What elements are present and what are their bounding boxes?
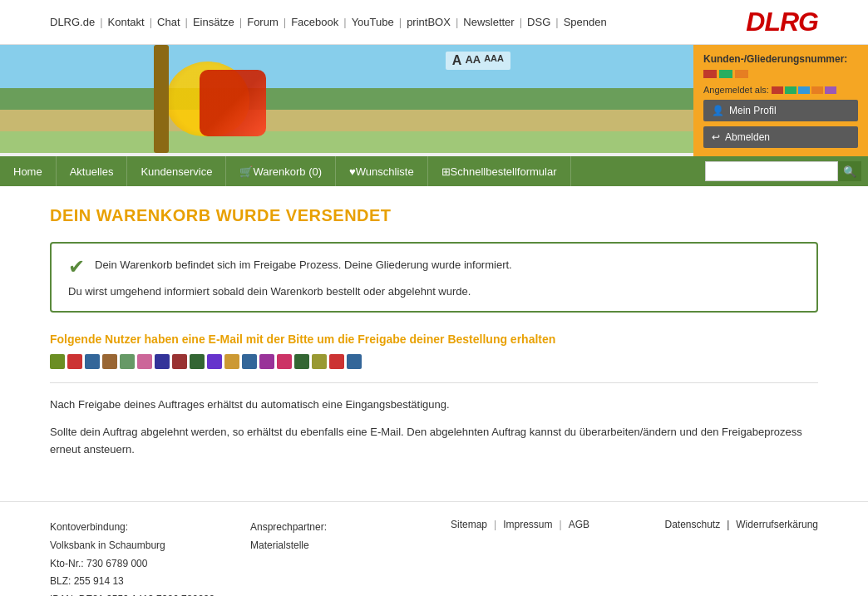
angemeldet-row: Angemeldet als: (703, 85, 858, 95)
accessibility-a[interactable]: A (452, 53, 462, 68)
avatar-5 (137, 354, 152, 369)
user-block4 (811, 86, 823, 94)
topnav-dsg[interactable]: DSG (527, 16, 550, 28)
success-message: Dein Warenkorb befindet sich im Freigabe… (95, 257, 512, 273)
logout-button[interactable]: ↩ Abmelden (703, 126, 858, 148)
header-info-panel: Kunden-/Gliederungsnummer: Angemeldet al… (693, 45, 868, 156)
header-banner: A AA AAA (0, 45, 693, 153)
avatar-14 (294, 354, 309, 369)
nav-warenkorb-label: Warenkorb (0) (253, 165, 322, 178)
checkmark-icon: ✔ (68, 257, 85, 277)
sep: | (555, 16, 558, 28)
search-area: 🔍 (698, 156, 868, 186)
footer-sitemap[interactable]: Sitemap (451, 519, 487, 530)
footer-agb[interactable]: AGB (569, 519, 589, 530)
nav-schnellbestellung-label: Schnellbestellformular (451, 165, 557, 178)
footer-materialstelle-link[interactable]: Materialstelle (250, 539, 309, 551)
topnav-dlrg[interactable]: DLRG.de (50, 16, 95, 28)
nav-warenkorb[interactable]: 🛒 Warenkorb (0) (226, 156, 336, 186)
nav-kundenservice-label: Kundenservice (141, 165, 212, 178)
accessibility-aa[interactable]: AA (465, 53, 481, 68)
avatar-17 (347, 354, 362, 369)
sep: | (185, 16, 188, 28)
search-icon: 🔍 (843, 165, 856, 178)
angemeldet-label: Angemeldet als: (703, 85, 769, 95)
nav-aktuelles[interactable]: Aktuelles (57, 156, 128, 186)
info-text-2: Sollte dein Auftrag abgelehnt werden, so… (50, 424, 818, 459)
topnav-spenden[interactable]: Spenden (564, 16, 607, 28)
grid-icon: ⊞ (441, 165, 451, 178)
main-navigation: Home Aktuelles Kundenservice 🛒 Warenkorb… (0, 156, 868, 186)
footer-impressum[interactable]: Impressum (503, 519, 552, 530)
search-button[interactable]: 🔍 (838, 161, 861, 181)
avatar-9 (207, 354, 222, 369)
page-title: DEIN WARENKORB WURDE VERSENDET (50, 206, 818, 225)
sep: | (100, 16, 102, 28)
footer: Kontoverbindung: Volksbank in Schaumburg… (0, 501, 868, 596)
avatar-1 (67, 354, 82, 369)
footer-widerruf[interactable]: Widerrufserkärung (736, 519, 818, 530)
sep: | (399, 16, 402, 28)
avatar-11 (242, 354, 257, 369)
topnav-youtube[interactable]: YouTube (352, 16, 394, 28)
avatar-4 (120, 354, 135, 369)
divider (50, 382, 818, 383)
nav-home-label: Home (13, 165, 42, 178)
nav-wunschliste[interactable]: ♥ Wunschliste (336, 156, 428, 186)
nav-home[interactable]: Home (0, 156, 57, 186)
avatar-12 (259, 354, 274, 369)
topnav-chat[interactable]: Chat (157, 16, 180, 28)
footer-legal-links: Datenschutz | Widerrufserkärung (651, 519, 818, 530)
sep: | (520, 16, 522, 28)
nav-kundenservice[interactable]: Kundenservice (127, 156, 226, 186)
main-content: DEIN WARENKORB WURDE VERSENDET ✔ Dein Wa… (0, 186, 868, 501)
avatar-2 (85, 354, 100, 369)
avatar-13 (277, 354, 292, 369)
search-input[interactable] (705, 161, 838, 181)
logout-icon: ↩ (712, 131, 720, 143)
sep: | (284, 16, 286, 28)
footer-blz: BLZ: 255 914 13 (50, 573, 217, 591)
profile-button[interactable]: 👤 Mein Profil (703, 100, 858, 121)
avatar-3 (102, 354, 117, 369)
sep: | (343, 16, 346, 28)
avatar-16 (329, 354, 344, 369)
nav-aktuelles-label: Aktuelles (70, 165, 114, 178)
topnav-forum[interactable]: Forum (247, 16, 279, 28)
avatar-8 (190, 354, 205, 369)
avatar-7 (172, 354, 187, 369)
footer-datenschutz[interactable]: Datenschutz (664, 519, 720, 530)
topnav-printbox[interactable]: printBOX (407, 16, 451, 28)
topnav-kontakt[interactable]: Kontakt (108, 16, 145, 28)
heart-icon: ♥ (349, 165, 356, 178)
user-block3 (798, 86, 810, 94)
footer-legal-col: Datenschutz | Widerrufserkärung (651, 519, 818, 596)
info-text-1: Nach Freigabe deines Auftrages erhältst … (50, 397, 818, 414)
user-blocks (772, 86, 836, 94)
profile-label: Mein Profil (729, 105, 777, 116)
avatar-10 (224, 354, 239, 369)
kunden-number (703, 70, 858, 78)
nav-schnellbestellung[interactable]: ⊞ Schnellbestellformular (428, 156, 571, 186)
sep: | (150, 16, 152, 28)
footer-kto: Kto-Nr.: 730 6789 000 (50, 555, 217, 574)
kunden-label: Kunden-/Gliederungsnummer: (703, 53, 858, 65)
top-navigation: DLRG.de | Kontakt | Chat | Einsätze | Fo… (0, 0, 868, 45)
user-block2 (785, 86, 796, 94)
freigabe-title: Folgende Nutzer haben eine E-Mail mit de… (50, 332, 818, 346)
avatar-0 (50, 354, 65, 369)
nav-wunschliste-label: Wunschliste (356, 165, 414, 178)
user-avatars (50, 354, 818, 369)
accessibility-aaa[interactable]: AAA (484, 53, 504, 68)
sep: | (456, 16, 458, 28)
dlrg-logo: DLRG (746, 7, 818, 37)
topnav-newsletter[interactable]: Newsletter (463, 16, 514, 28)
footer-iban: IBAN: DE81 2559 1413 7306 789000 (50, 591, 217, 596)
topnav-facebook[interactable]: Facebook (291, 16, 338, 28)
topnav-einsaetze[interactable]: Einsätze (193, 16, 234, 28)
success-box: ✔ Dein Warenkorb befindet sich im Freiga… (50, 242, 818, 313)
kunden-block2 (719, 70, 732, 78)
success-note: Du wirst umgehend informiert sobald dein… (68, 285, 800, 298)
footer-contact-col: Ansprechpartner: Materialstelle (250, 519, 417, 596)
user-block5 (825, 86, 836, 94)
